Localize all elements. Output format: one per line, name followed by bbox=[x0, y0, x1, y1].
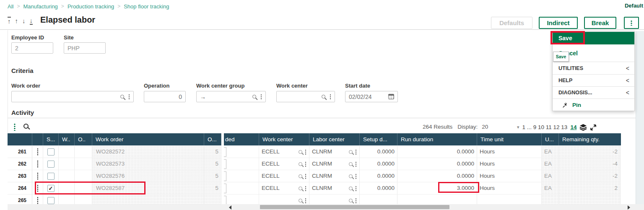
start-date-field[interactable]: 02/02/24 bbox=[345, 91, 398, 102]
field-options-icon[interactable] bbox=[330, 94, 331, 99]
cell-setup-duration[interactable]: 0.0000 bbox=[360, 146, 397, 158]
header-o2[interactable]: O... bbox=[204, 133, 221, 145]
header-work-order[interactable]: Work order bbox=[92, 133, 204, 145]
field-options-icon[interactable] bbox=[355, 149, 357, 155]
scroll-right-icon[interactable] bbox=[628, 205, 630, 210]
caret-down-icon[interactable]: ▾ bbox=[517, 124, 519, 130]
breadcrumb-shop-floor-tracking[interactable]: Shop floor tracking bbox=[124, 3, 169, 10]
scrollbar-thumb[interactable] bbox=[260, 205, 449, 209]
field-options-icon[interactable] bbox=[355, 161, 357, 167]
previous-record-icon[interactable]: ↑ bbox=[15, 17, 18, 24]
field-options-icon[interactable] bbox=[355, 174, 357, 179]
search-icon[interactable] bbox=[349, 187, 353, 190]
header-w[interactable]: W.. bbox=[59, 133, 75, 145]
header-ded[interactable]: ded bbox=[224, 133, 259, 145]
row-checkbox[interactable] bbox=[43, 146, 59, 158]
last-record-icon[interactable]: ↓ bbox=[30, 17, 33, 25]
search-icon[interactable] bbox=[299, 150, 302, 154]
defaults-button[interactable]: Defaults bbox=[491, 17, 532, 29]
row-menu-icon[interactable] bbox=[32, 158, 43, 170]
employee-id-field[interactable]: 2 bbox=[11, 42, 53, 54]
break-button[interactable]: Break bbox=[584, 17, 616, 29]
row-menu-icon[interactable] bbox=[32, 146, 43, 158]
breadcrumb-manufacturing[interactable]: Manufacturing bbox=[23, 3, 57, 10]
header-work-center[interactable]: Work center bbox=[259, 133, 309, 145]
calendar-icon[interactable] bbox=[388, 94, 394, 99]
search-icon[interactable] bbox=[120, 95, 124, 99]
breadcrumb-all[interactable]: All bbox=[8, 3, 13, 10]
cell-labor-center[interactable]: CLNRM bbox=[309, 158, 360, 170]
endpoint-label[interactable]: Default bbox=[625, 3, 643, 9]
cell-run-duration[interactable]: 0.0000 bbox=[397, 158, 477, 170]
menu-item-pin[interactable]: Pin bbox=[553, 99, 634, 111]
search-icon[interactable] bbox=[349, 162, 353, 166]
search-icon[interactable] bbox=[349, 199, 353, 202]
search-icon[interactable] bbox=[252, 95, 256, 99]
horizontal-scrollbar[interactable] bbox=[8, 204, 644, 210]
cell-run-duration[interactable]: 0.0000 bbox=[397, 146, 477, 158]
field-options-icon[interactable] bbox=[355, 198, 357, 203]
cell-work-center[interactable]: ECELL bbox=[259, 158, 309, 170]
search-icon[interactable] bbox=[349, 174, 353, 178]
field-options-icon[interactable] bbox=[305, 174, 306, 179]
header-select[interactable]: S... bbox=[43, 133, 59, 145]
layers-icon[interactable] bbox=[579, 124, 587, 131]
field-options-icon[interactable] bbox=[355, 186, 357, 191]
search-icon[interactable] bbox=[299, 162, 302, 166]
search-icon[interactable] bbox=[299, 174, 302, 178]
cell-work-center[interactable]: ECELL bbox=[259, 170, 309, 182]
expand-icon[interactable] bbox=[590, 124, 597, 131]
header-o1[interactable]: O.. bbox=[75, 133, 92, 145]
header-unit[interactable]: U... bbox=[542, 133, 559, 145]
display-value[interactable]: 20 bbox=[482, 124, 488, 130]
cell-time-unit[interactable]: Hours bbox=[477, 170, 542, 182]
field-options-icon[interactable] bbox=[128, 94, 130, 99]
field-options-icon[interactable] bbox=[305, 161, 306, 167]
cell-setup-duration[interactable]: 0.0000 bbox=[360, 158, 397, 170]
current-page[interactable]: 14 bbox=[570, 124, 576, 130]
row-checkbox[interactable] bbox=[43, 158, 59, 170]
first-record-icon[interactable]: ↑ bbox=[8, 17, 11, 25]
grid-options-icon[interactable] bbox=[14, 123, 16, 131]
cell-setup-duration[interactable]: 0.0000 bbox=[360, 182, 397, 194]
cell-setup-duration[interactable]: 0.0000 bbox=[360, 170, 397, 182]
cell-time-unit[interactable]: Hours bbox=[477, 146, 542, 158]
site-field[interactable]: PHP bbox=[64, 42, 106, 54]
search-icon[interactable] bbox=[349, 150, 353, 154]
scroll-left-icon[interactable] bbox=[229, 205, 231, 210]
menu-item-help[interactable]: HELP< bbox=[553, 75, 634, 87]
operation-field[interactable]: 0 bbox=[144, 91, 186, 102]
menu-item-save[interactable]: Save bbox=[553, 32, 634, 44]
vertical-scrollbar[interactable] bbox=[636, 31, 644, 210]
field-options-icon[interactable] bbox=[260, 94, 262, 99]
work-center-field[interactable] bbox=[276, 91, 335, 102]
cell-time-unit[interactable]: Hours bbox=[477, 158, 542, 170]
indirect-button[interactable]: Indirect bbox=[539, 17, 578, 29]
field-options-icon[interactable] bbox=[305, 149, 306, 155]
cell-labor-center[interactable]: CLNRM bbox=[309, 182, 360, 194]
menu-item-diagnosis[interactable]: DIAGNOSIS...< bbox=[553, 87, 634, 99]
header-labor-center[interactable]: Labor center bbox=[309, 133, 360, 145]
work-order-field[interactable] bbox=[11, 91, 134, 102]
cell-work-center[interactable]: ECELL bbox=[259, 182, 309, 194]
header-run-duration[interactable]: Run duration bbox=[397, 133, 477, 145]
jump-to-icon[interactable]: → bbox=[200, 93, 206, 100]
row-checkbox[interactable] bbox=[43, 170, 59, 182]
cell-labor-center[interactable]: CLNRM bbox=[309, 146, 360, 158]
page-links[interactable]: 1 ... 9 10 11 12 13 bbox=[522, 124, 568, 130]
next-record-icon[interactable]: ↓ bbox=[22, 17, 26, 24]
cell-labor-center[interactable]: CLNRM bbox=[309, 170, 360, 182]
cell-run-duration[interactable]: 0.0000 bbox=[397, 170, 477, 182]
grid-search-icon[interactable] bbox=[23, 123, 29, 130]
row-checkbox[interactable]: ✓ bbox=[43, 182, 59, 194]
header-setup-duration[interactable]: Setup d... bbox=[360, 133, 397, 145]
field-options-icon[interactable] bbox=[305, 198, 306, 203]
search-icon[interactable] bbox=[322, 95, 325, 99]
header-remaining-qty[interactable]: Remaining qty. bbox=[559, 133, 621, 145]
search-icon[interactable] bbox=[299, 199, 302, 202]
search-icon[interactable] bbox=[299, 187, 302, 190]
row-menu-icon[interactable] bbox=[32, 182, 43, 194]
row-menu-icon[interactable] bbox=[32, 170, 43, 182]
more-actions-button[interactable] bbox=[624, 17, 639, 29]
breadcrumb-production-tracking[interactable]: Production tracking bbox=[68, 3, 114, 10]
